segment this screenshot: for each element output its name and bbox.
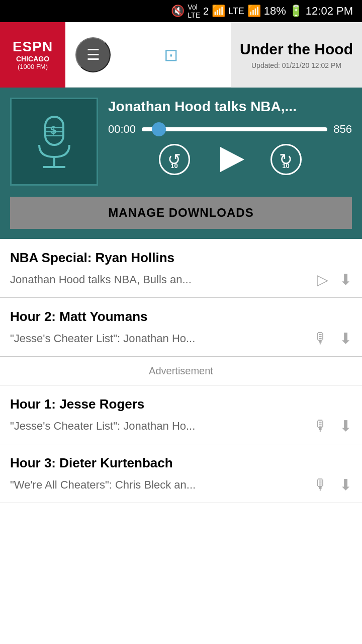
- header-center: ⊡: [111, 45, 231, 65]
- mic-icon-4[interactable]: 🎙: [313, 476, 328, 494]
- signal-bars-icon: 📶: [212, 5, 225, 18]
- rewind-label: 10: [170, 162, 177, 170]
- status-bar: 🔇 VolLTE 2 📶 LTE 📶 18% 🔋 12:02 PM: [0, 0, 362, 22]
- mic-icon-2[interactable]: 🎙: [313, 330, 328, 347]
- episode-title-2: Hour 2: Matt Youmans: [10, 309, 352, 325]
- player-area: $ Jonathan Hood talks NBA,... 00:00 856 …: [0, 88, 362, 239]
- play-icon-1[interactable]: ▷: [317, 271, 328, 288]
- header-right: Under the Hood Updated: 01/21/20 12:02 P…: [231, 22, 362, 88]
- manage-downloads-button[interactable]: MANAGE DOWNLOADS: [10, 197, 352, 229]
- play-button[interactable]: [215, 144, 245, 175]
- forward-label: 10: [282, 162, 289, 170]
- player-info: Jonathan Hood talks NBA,... 00:00 856 ↻ …: [108, 98, 352, 175]
- album-art: $: [10, 98, 98, 186]
- updated-time: Updated: 01/21/20 12:02 PM: [251, 61, 341, 69]
- mute-icon: 🔇: [171, 5, 185, 18]
- chicago-label: CHICAGO: [16, 55, 49, 63]
- episode-actions-4: 🎙 ⬇: [313, 476, 352, 494]
- episode-title-1: NBA Special: Ryan Hollins: [10, 250, 352, 266]
- menu-button[interactable]: ☰: [75, 37, 111, 72]
- lte-label: LTE: [228, 6, 244, 17]
- episode-row-4: "We're All Cheaters": Chris Bleck an... …: [10, 476, 352, 494]
- advertisement-bar: Advertisement: [0, 357, 362, 385]
- advertisement-label: Advertisement: [149, 365, 213, 376]
- track-title: Jonathan Hood talks NBA,...: [108, 98, 352, 116]
- rewind-circle: ↻ 10: [159, 144, 190, 175]
- header: ESPN CHICAGO (1000 FM) ☰ ⊡ Under the Hoo…: [0, 22, 362, 88]
- episode-title-4: Hour 3: Dieter Kurtenbach: [10, 455, 352, 471]
- mic-artwork: $: [24, 107, 84, 177]
- play-icon: [220, 147, 244, 172]
- progress-row: 00:00 856: [108, 123, 352, 136]
- download-icon-3[interactable]: ⬇: [339, 417, 352, 435]
- episode-item-4: Hour 3: Dieter Kurtenbach "We're All Che…: [0, 444, 362, 503]
- rewind-button[interactable]: ↻ 10: [159, 144, 190, 175]
- time-total: 856: [333, 123, 352, 136]
- episode-row-2: "Jesse's Cheater List": Jonathan Ho... 🎙…: [10, 330, 352, 347]
- episode-list: NBA Special: Ryan Hollins Jonathan Hood …: [0, 239, 362, 503]
- episode-row-3: "Jesse's Cheater List": Jonathan Ho... 🎙…: [10, 417, 352, 435]
- episode-desc-2: "Jesse's Cheater List": Jonathan Ho...: [10, 332, 303, 345]
- svg-text:$: $: [50, 124, 56, 136]
- forward-button[interactable]: ↻ 10: [270, 144, 302, 175]
- download-icon-4[interactable]: ⬇: [339, 476, 352, 494]
- mic-icon-3[interactable]: 🎙: [313, 418, 328, 435]
- episode-row-1: Jonathan Hood talks NBA, Bulls an... ▷ ⬇: [10, 271, 352, 288]
- progress-bar[interactable]: [142, 127, 327, 131]
- battery-label: 18%: [264, 5, 286, 18]
- download-icon-1[interactable]: ⬇: [339, 271, 352, 288]
- time-current: 00:00: [108, 123, 136, 136]
- download-icon-2[interactable]: ⬇: [339, 330, 352, 347]
- episode-item-2: Hour 2: Matt Youmans "Jesse's Cheater Li…: [0, 298, 362, 357]
- cast-icon[interactable]: ⊡: [164, 45, 178, 65]
- signal-icon-2: 📶: [247, 5, 261, 18]
- progress-thumb[interactable]: [152, 122, 166, 136]
- episode-actions-2: 🎙 ⬇: [313, 330, 352, 347]
- episode-item-3: Hour 1: Jesse Rogers "Jesse's Cheater Li…: [0, 385, 362, 444]
- espn-logo: ESPN: [13, 39, 53, 55]
- episode-item-1: NBA Special: Ryan Hollins Jonathan Hood …: [0, 239, 362, 298]
- controls-row: ↻ 10 ↻ 10: [108, 144, 352, 175]
- show-title: Under the Hood: [240, 40, 353, 58]
- vol-lte-label: VolLTE: [188, 3, 200, 19]
- episode-actions-3: 🎙 ⬇: [313, 417, 352, 435]
- episode-desc-3: "Jesse's Cheater List": Jonathan Ho...: [10, 420, 303, 433]
- player-content: $ Jonathan Hood talks NBA,... 00:00 856 …: [10, 98, 352, 186]
- episode-desc-1: Jonathan Hood talks NBA, Bulls an...: [10, 273, 307, 286]
- status-icons: 🔇 VolLTE 2 📶 LTE 📶 18% 🔋 12:02 PM: [171, 3, 353, 19]
- sim-number: 2: [203, 6, 209, 17]
- hamburger-icon: ☰: [86, 46, 100, 63]
- episode-actions-1: ▷ ⬇: [317, 271, 352, 288]
- forward-circle: ↻ 10: [270, 144, 302, 175]
- battery-icon: 🔋: [289, 5, 303, 18]
- logo-area: ESPN CHICAGO (1000 FM): [0, 22, 65, 88]
- time-display: 12:02 PM: [306, 5, 353, 18]
- episode-desc-4: "We're All Cheaters": Chris Bleck an...: [10, 478, 303, 492]
- freq-label: (1000 FM): [18, 63, 48, 70]
- episode-title-3: Hour 1: Jesse Rogers: [10, 396, 352, 412]
